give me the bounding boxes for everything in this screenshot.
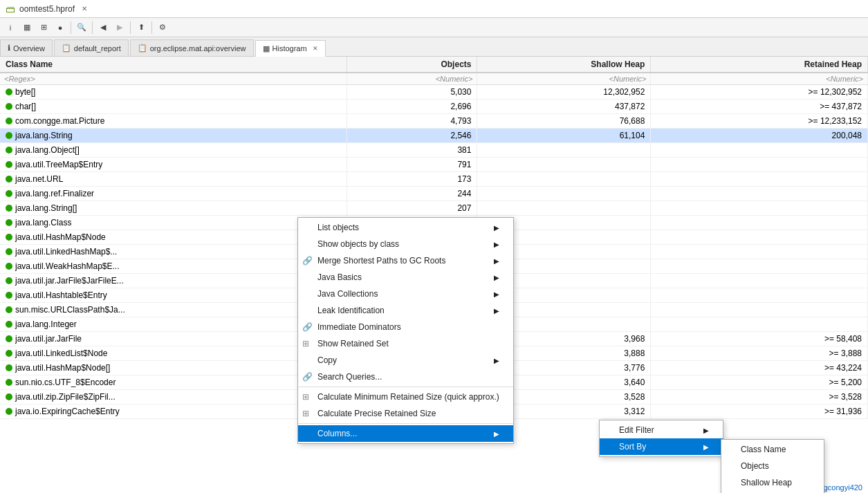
cell-retained: 200,048 [651, 129, 868, 143]
cell-retained [651, 158, 868, 172]
menu-columns[interactable]: Columns... ▶ [298, 425, 513, 442]
class-name-text: java.util.LinkedHashMap$... [15, 247, 117, 257]
cell-shallow: 437,872 [477, 100, 651, 114]
search-btn[interactable]: 🔍 [74, 20, 89, 35]
table-row[interactable]: byte[] 5,030 12,302,952 >= 12,302,952 [0, 85, 868, 100]
filter-objects[interactable]: <Numeric> [347, 73, 477, 85]
menu-list-objects-label: List objects [317, 223, 359, 232]
class-name-text: sun.nio.cs.UTF_8$Encoder [15, 378, 116, 387]
class-name-text: java.lang.ref.Finalizer [15, 189, 94, 198]
submenu-sort-by[interactable]: Sort By ▶ [600, 438, 723, 455]
tab-api-label: org.eclipse.mat.api:overview [150, 44, 246, 53]
table-row[interactable]: java.lang.Object[] 381 [0, 143, 868, 158]
export-btn[interactable]: ⬆ [133, 20, 149, 35]
class-dot [6, 263, 12, 270]
menu-list-objects[interactable]: List objects ▶ [298, 219, 513, 236]
class-name-text: java.util.jar.JarFile$JarFileE... [15, 276, 124, 286]
cell-shallow [477, 143, 651, 158]
menu-copy[interactable]: Copy ▶ [298, 352, 513, 369]
cell-class-name: java.util.jar.JarFile$JarFileE... [0, 274, 347, 288]
tab-histogram-icon: ▦ [263, 44, 270, 53]
cell-class-name: java.util.Hashtable$Entry [0, 288, 347, 303]
table-row[interactable]: java.lang.String 2,546 61,104 200,048 [0, 129, 868, 143]
class-dot [6, 379, 12, 386]
menu-calc-min-label: Calculate Minimum Retained Size (quick a… [317, 392, 499, 402]
tab-overview[interactable]: ℹ Overview [0, 39, 53, 56]
filter-shallow[interactable]: <Numeric> [477, 73, 651, 85]
menu-search-queries[interactable]: 🔗 Search Queries... [298, 369, 513, 385]
menu-merge-shortest-paths[interactable]: 🔗 Merge Shortest Paths to GC Roots ▶ [298, 252, 513, 269]
class-dot [6, 408, 12, 415]
nav-fwd-btn[interactable]: ▶ [112, 20, 127, 35]
table-btn[interactable]: ⊞ [36, 20, 51, 35]
menu-merge-arrow: ▶ [494, 257, 499, 265]
sort-by-shallow-heap[interactable]: Shallow Heap [721, 474, 824, 491]
dot-btn[interactable]: ● [53, 20, 68, 35]
class-dot [6, 132, 12, 139]
menu-show-objects-label: Show objects by class [317, 239, 399, 249]
cell-shallow: 76,688 [477, 114, 651, 129]
cell-retained [651, 288, 868, 303]
menu-show-retained-set[interactable]: ⊞ Show Retained Set [298, 335, 513, 352]
cell-class-name: java.util.HashMap$Node [0, 230, 347, 245]
col-header-retained-heap[interactable]: Retained Heap [651, 57, 868, 73]
nav-back-btn[interactable]: ◀ [95, 20, 111, 35]
cell-objects: 4,793 [347, 114, 477, 129]
info-btn[interactable]: i [3, 20, 18, 35]
class-dot [6, 248, 12, 255]
sort-objects-label: Objects [741, 461, 769, 471]
menu-show-objects-arrow: ▶ [494, 241, 499, 248]
menu-java-basics[interactable]: Java Basics ▶ [298, 269, 513, 286]
class-dot [6, 364, 12, 371]
class-name-text: com.congge.mat.Picture [15, 116, 104, 126]
class-name-text: java.util.HashMap$Node[] [15, 363, 110, 373]
filter-retained[interactable]: <Numeric> [651, 73, 868, 85]
cell-retained [651, 172, 868, 187]
table-row[interactable]: com.congge.mat.Picture 4,793 76,688 >= 1… [0, 114, 868, 129]
menu-leak-identification[interactable]: Leak Identification ▶ [298, 302, 513, 319]
table-row[interactable]: java.net.URL 173 [0, 172, 868, 187]
table-row[interactable]: java.lang.String[] 207 [0, 201, 868, 216]
tab-api-overview[interactable]: 📋 org.eclipse.mat.api:overview [130, 39, 254, 56]
cell-objects: 207 [347, 201, 477, 216]
cell-class-name: java.util.WeakHashMap$E... [0, 259, 347, 274]
table-row[interactable]: java.lang.ref.Finalizer 244 [0, 187, 868, 201]
menu-java-collections[interactable]: Java Collections ▶ [298, 286, 513, 302]
tab-histogram-close[interactable]: ✕ [313, 45, 318, 52]
menu-calc-min[interactable]: ⊞ Calculate Minimum Retained Size (quick… [298, 389, 513, 405]
cell-class-name: java.util.zip.ZipFile$ZipFil... [0, 390, 347, 404]
retained-set-icon: ⊞ [302, 339, 309, 348]
cell-objects: 791 [347, 158, 477, 172]
filter-class[interactable]: <Regex> [0, 73, 347, 85]
sort-by-class-name[interactable]: Class Name [721, 441, 824, 458]
tab-histogram[interactable]: ▦ Histogram ✕ [255, 40, 326, 57]
menu-show-objects-by-class[interactable]: Show objects by class ▶ [298, 236, 513, 252]
cell-class-name: java.lang.String[] [0, 201, 347, 216]
cell-retained: >= 3,888 [651, 346, 868, 361]
filter-row: <Regex> <Numeric> <Numeric> <Numeric> [0, 73, 868, 85]
col-header-shallow-heap[interactable]: Shallow Heap [477, 57, 651, 73]
cell-objects: 2,546 [347, 129, 477, 143]
calc-precise-icon: ⊞ [302, 409, 309, 418]
submenu-edit-filter-label: Edit Filter [619, 425, 654, 435]
search-queries-icon: 🔗 [302, 372, 313, 382]
menu-calc-precise[interactable]: ⊞ Calculate Precise Retained Size [298, 405, 513, 422]
tab-report-label: default_report [74, 44, 121, 53]
class-name-text: java.util.Hashtable$Entry [15, 290, 107, 300]
menu-immediate-dominators[interactable]: 🔗 Immediate Dominators [298, 319, 513, 335]
chart-btn[interactable]: ▦ [19, 20, 35, 35]
col-header-objects[interactable]: Objects [347, 57, 477, 73]
col-header-class-name[interactable]: Class Name [0, 57, 347, 73]
tab-default-report[interactable]: 📋 default_report [54, 39, 129, 56]
table-row[interactable]: char[] 2,696 437,872 >= 437,872 [0, 100, 868, 114]
submenu-edit-filter[interactable]: Edit Filter ▶ [600, 422, 723, 438]
settings-btn[interactable]: ⚙ [155, 20, 170, 35]
menu-java-collections-label: Java Collections [317, 289, 378, 299]
cell-shallow [477, 201, 651, 216]
class-name-text: java.net.URL [15, 174, 63, 184]
table-row[interactable]: java.util.TreeMap$Entry 791 [0, 158, 868, 172]
title-bar: 🗃 oomtest5.hprof ✕ [0, 0, 868, 18]
title-close-btn[interactable]: ✕ [82, 5, 87, 12]
sort-by-objects[interactable]: Objects [721, 458, 824, 474]
class-dot [6, 161, 12, 168]
